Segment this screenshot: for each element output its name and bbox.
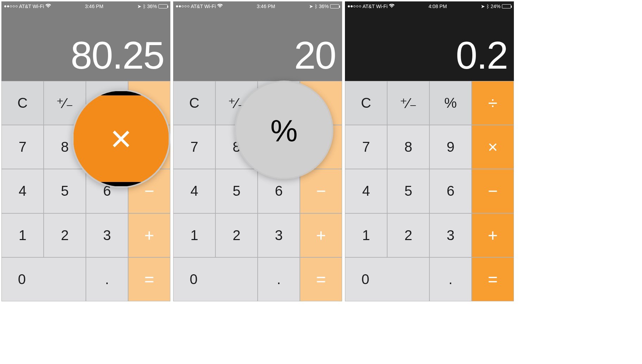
plus-minus-button[interactable]: ⁺∕₋ [387, 81, 429, 125]
digit-2-button[interactable]: 2 [44, 213, 86, 257]
carrier-label: AT&T Wi-Fi [363, 4, 388, 9]
battery-icon [502, 4, 511, 8]
bluetooth-icon: ᛒ [315, 4, 317, 9]
plus-button[interactable]: + [300, 213, 342, 257]
digit-1-button[interactable]: 1 [345, 213, 387, 257]
display-value: 80.25 [71, 33, 164, 77]
digit-3-button[interactable]: 3 [258, 213, 300, 257]
clock-label: 3:46 PM [85, 4, 103, 9]
bluetooth-icon: ᛒ [143, 4, 146, 9]
decimal-button[interactable]: . [258, 257, 300, 301]
digit-2-button[interactable]: 2 [387, 213, 429, 257]
battery-percent-label: 36% [147, 4, 157, 9]
digit-7-button[interactable]: 7 [1, 125, 44, 169]
digit-4-button[interactable]: 4 [1, 169, 44, 213]
magnifier-percent: % [235, 81, 333, 179]
battery-percent-label: 24% [491, 4, 501, 9]
digit-5-button[interactable]: 5 [387, 169, 429, 213]
digit-4-button[interactable]: 4 [345, 169, 387, 213]
percent-button[interactable]: % [429, 81, 472, 125]
battery-icon [158, 4, 168, 8]
location-icon: ➤ [137, 4, 141, 9]
plus-button[interactable]: + [472, 213, 514, 257]
digit-1-button[interactable]: 1 [173, 213, 215, 257]
decimal-button[interactable]: . [86, 257, 128, 301]
location-icon: ➤ [309, 4, 313, 9]
multiply-icon: × [74, 91, 169, 186]
digit-9-button[interactable]: 9 [429, 125, 472, 169]
signal-dots-icon [348, 5, 361, 7]
calculator-screen-3: AT&T Wi-Fi 4:08 PM ➤ ᛒ 24% 0.2 C ⁺∕₋ % ÷… [345, 1, 514, 301]
clear-button[interactable]: C [173, 81, 215, 125]
display-area: 20 [173, 1, 342, 81]
wifi-icon [389, 4, 395, 9]
status-bar: AT&T Wi-Fi 4:08 PM ➤ ᛒ 24% [345, 1, 514, 11]
digit-5-button[interactable]: 5 [215, 169, 258, 213]
digit-0-button[interactable]: 0 [1, 257, 86, 301]
equals-button[interactable]: = [300, 257, 342, 301]
status-bar: AT&T Wi-Fi 3:46 PM ➤ ᛒ 36% [1, 1, 170, 11]
minus-button[interactable]: − [472, 169, 514, 213]
digit-7-button[interactable]: 7 [173, 125, 215, 169]
digit-8-button[interactable]: 8 [387, 125, 429, 169]
digit-6-button[interactable]: 6 [429, 169, 472, 213]
display-value: 0.2 [456, 33, 508, 77]
clock-label: 4:08 PM [428, 4, 447, 9]
decimal-button[interactable]: . [429, 257, 472, 301]
signal-dots-icon [4, 5, 18, 7]
display-area: 0.2 [345, 1, 514, 81]
display-area: 80.25 [1, 1, 170, 81]
carrier-label: AT&T Wi-Fi [191, 4, 216, 9]
digit-3-button[interactable]: 3 [429, 213, 472, 257]
minus-button[interactable]: − [300, 169, 342, 213]
battery-icon [330, 4, 339, 8]
wifi-icon [45, 4, 51, 9]
divide-button[interactable]: ÷ [472, 81, 514, 125]
digit-0-button[interactable]: 0 [345, 257, 429, 301]
multiply-button[interactable]: × [472, 125, 514, 169]
battery-percent-label: 36% [319, 4, 329, 9]
digit-5-button[interactable]: 5 [44, 169, 86, 213]
signal-dots-icon [176, 5, 189, 7]
wifi-icon [217, 4, 223, 9]
clear-button[interactable]: C [1, 81, 44, 125]
equals-button[interactable]: = [128, 257, 170, 301]
location-icon: ➤ [481, 4, 485, 9]
calculator-screen-2: AT&T Wi-Fi 3:46 PM ➤ ᛒ 36% 20 C ⁺∕₋ % ÷ … [173, 1, 342, 301]
digit-4-button[interactable]: 4 [173, 169, 215, 213]
digit-0-button[interactable]: 0 [173, 257, 258, 301]
clear-button[interactable]: C [345, 81, 387, 125]
calculator-screen-1: AT&T Wi-Fi 3:46 PM ➤ ᛒ 36% 80.25 C ⁺∕₋ %… [1, 1, 170, 301]
magnifier-multiply: × [72, 89, 170, 188]
digit-7-button[interactable]: 7 [345, 125, 387, 169]
display-value: 20 [294, 33, 336, 77]
clock-label: 3:46 PM [257, 4, 275, 9]
digit-2-button[interactable]: 2 [215, 213, 258, 257]
digit-3-button[interactable]: 3 [86, 213, 128, 257]
bluetooth-icon: ᛒ [486, 4, 489, 9]
equals-button[interactable]: = [472, 257, 514, 301]
carrier-label: AT&T Wi-Fi [19, 4, 44, 9]
status-bar: AT&T Wi-Fi 3:46 PM ➤ ᛒ 36% [173, 1, 342, 11]
digit-1-button[interactable]: 1 [1, 213, 44, 257]
plus-button[interactable]: + [128, 213, 170, 257]
percent-icon: % [235, 81, 333, 179]
keypad: C ⁺∕₋ % ÷ 7 8 9 × 4 5 6 − 1 2 3 + 0 . = [345, 81, 514, 301]
